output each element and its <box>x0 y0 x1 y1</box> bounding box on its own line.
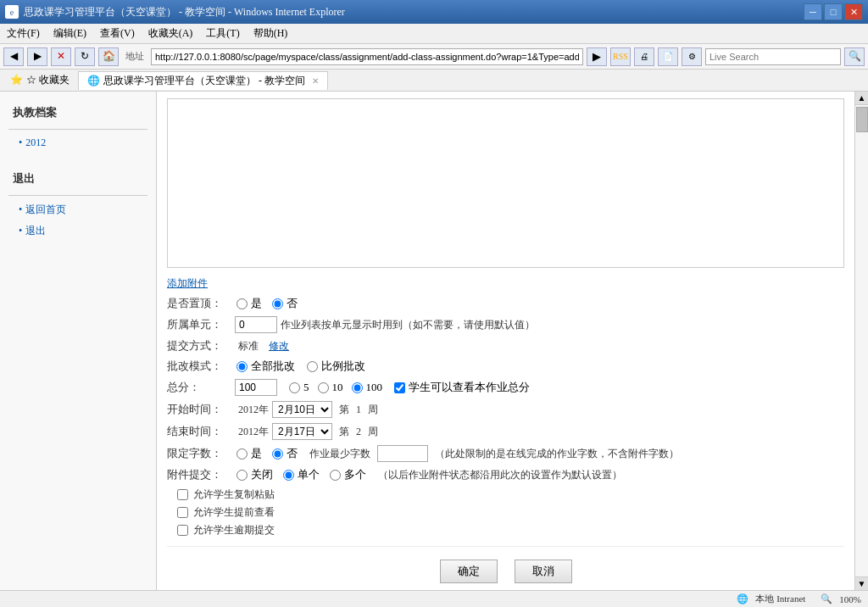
cancel-button[interactable]: 取消 <box>515 560 572 583</box>
confirm-button[interactable]: 确定 <box>440 560 498 583</box>
scroll-up-button[interactable]: ▲ <box>855 92 868 105</box>
grading-ratio-radio[interactable] <box>307 361 318 372</box>
minimize-button[interactable]: ─ <box>804 3 822 20</box>
sidebar-logout-label: 退出 <box>25 224 46 238</box>
menu-bar: 文件(F) 编辑(E) 查看(V) 收藏夹(A) 工具(T) 帮助(H) <box>0 24 868 44</box>
menu-tools[interactable]: 工具(T) <box>199 25 246 42</box>
submit-label: 提交方式： <box>167 338 235 354</box>
char-limit-row: 限定字数： 是 否 作业最少字数 （此处限制的是在线完成的作业字数，不含附件字数… <box>167 445 844 462</box>
score-5-radio[interactable] <box>289 382 300 393</box>
content-area: 添加附件 是否置顶： 是 否 所属单元： 作业列表按单元显示时用到（如不需要，请… <box>157 92 854 590</box>
window-title: 思政课学习管理平台（天空课堂） - 教学空间 - Windows Interne… <box>24 5 345 19</box>
home-button[interactable]: 🏠 <box>98 47 119 66</box>
score-10-label[interactable]: 10 <box>316 381 343 394</box>
menu-help[interactable]: 帮助(H) <box>247 25 295 42</box>
show-score-checkbox[interactable] <box>394 382 405 393</box>
attach-single-label[interactable]: 单个 <box>281 467 320 482</box>
top-pin-no-label[interactable]: 否 <box>270 296 298 311</box>
rss-button[interactable]: RSS <box>610 47 631 66</box>
sidebar: 执教档案 2012 退出 返回首页 退出 <box>0 92 157 590</box>
favorites-button[interactable]: ⭐ ☆ 收藏夹 <box>5 71 75 89</box>
restore-button[interactable]: □ <box>824 3 843 20</box>
allow-preview-checkbox[interactable] <box>177 507 188 518</box>
refresh-button[interactable]: ↻ <box>75 47 95 66</box>
menu-file[interactable]: 文件(F) <box>0 25 47 42</box>
grading-ratio-label[interactable]: 比例批改 <box>305 359 365 374</box>
star-icon: ⭐ <box>10 74 23 86</box>
action-row: 确定 取消 <box>167 546 844 590</box>
sidebar-section-teaching: 执教档案 <box>0 100 156 125</box>
scroll-thumb[interactable] <box>856 107 868 132</box>
top-pin-yes-radio[interactable] <box>236 298 248 309</box>
attach-close-text: 关闭 <box>251 467 273 482</box>
address-input[interactable] <box>151 48 583 65</box>
unit-input[interactable] <box>235 316 277 333</box>
tools-button2[interactable]: ⚙ <box>682 47 702 66</box>
top-pin-yes-label[interactable]: 是 <box>235 296 262 311</box>
top-pin-no-radio[interactable] <box>272 298 283 309</box>
limit-yes-label[interactable]: 是 <box>235 446 262 461</box>
current-tab[interactable]: 🌐 思政课学习管理平台（天空课堂） - 教学空间 ✕ <box>78 71 328 90</box>
end-week-pre: 第 <box>339 425 349 439</box>
allow-preview-label: 允许学生提前查看 <box>193 505 275 520</box>
limit-no-radio[interactable] <box>272 448 283 459</box>
sidebar-section-logout: 退出 <box>0 166 156 192</box>
start-date-select[interactable]: 2月10日 <box>272 401 332 418</box>
status-right: 🌐 本地 Intranet 🔍 100% <box>737 593 861 605</box>
limit-no-label[interactable]: 否 <box>270 446 298 461</box>
grading-all-radio[interactable] <box>236 361 248 372</box>
submit-modify-link[interactable]: 修改 <box>269 339 289 354</box>
score-100-radio[interactable] <box>352 382 363 393</box>
limit-no-text: 否 <box>287 446 298 461</box>
menu-view[interactable]: 查看(V) <box>93 25 142 42</box>
sidebar-item-logout[interactable]: 退出 <box>0 220 156 242</box>
assignment-content-area[interactable] <box>167 98 844 268</box>
tab-label: 思政课学习管理平台（天空课堂） - 教学空间 <box>103 74 305 88</box>
search-button[interactable]: 🔍 <box>844 47 865 66</box>
close-button[interactable]: ✕ <box>844 3 863 20</box>
attach-multi-label[interactable]: 多个 <box>328 467 366 482</box>
sidebar-item-home[interactable]: 返回首页 <box>0 199 156 220</box>
allow-paste-checkbox[interactable] <box>177 489 188 500</box>
back-button[interactable]: ◀ <box>3 47 24 66</box>
score-5-label[interactable]: 5 <box>287 381 309 394</box>
attach-close-label[interactable]: 关闭 <box>235 467 273 482</box>
score-10-radio[interactable] <box>318 382 329 393</box>
tab-close[interactable]: ✕ <box>312 76 319 86</box>
go-button[interactable]: ▶ <box>587 47 607 66</box>
attach-multi-radio[interactable] <box>330 470 341 481</box>
attach-close-radio[interactable] <box>236 470 248 481</box>
search-input[interactable] <box>705 48 841 65</box>
window-controls: ─ □ ✕ <box>804 3 863 20</box>
score-100-label[interactable]: 100 <box>350 381 383 394</box>
add-attachment-link[interactable]: 添加附件 <box>167 276 208 291</box>
menu-edit[interactable]: 编辑(E) <box>47 25 93 42</box>
allow-late-checkbox[interactable] <box>177 525 188 536</box>
limit-min-input[interactable] <box>377 445 428 462</box>
sidebar-divider-2 <box>8 195 147 196</box>
score-100-text: 100 <box>366 381 383 394</box>
sidebar-item-2012[interactable]: 2012 <box>0 133 156 153</box>
attach-single-text: 单个 <box>298 467 320 482</box>
show-score-label[interactable]: 学生可以查看本作业总分 <box>392 380 530 395</box>
end-date-select[interactable]: 2月17日 <box>272 423 332 440</box>
page-button[interactable]: 📄 <box>658 47 678 66</box>
total-score-input[interactable] <box>235 379 277 396</box>
print-button[interactable]: 🖨 <box>634 47 654 66</box>
grading-ratio-text: 比例批改 <box>321 359 365 374</box>
grading-all-label[interactable]: 全部批改 <box>235 359 295 374</box>
forward-button[interactable]: ▶ <box>27 47 47 66</box>
top-pin-row: 是否置顶： 是 否 <box>167 296 844 311</box>
status-bar: 🌐 本地 Intranet 🔍 100% <box>0 590 868 607</box>
end-year: 2012年 <box>238 425 269 439</box>
grading-mode-row: 批改模式： 全部批改 比例批改 <box>167 359 844 374</box>
total-score-label: 总分： <box>167 380 235 395</box>
address-bar: ◀ ▶ ✕ ↻ 🏠 地址 ▶ RSS 🖨 📄 ⚙ 🔍 <box>0 44 868 70</box>
checkbox-row-1: 允许学生复制粘贴 <box>167 487 844 502</box>
menu-favorites[interactable]: 收藏夹(A) <box>142 25 200 42</box>
attach-single-radio[interactable] <box>283 470 294 481</box>
stop-button[interactable]: ✕ <box>51 47 71 66</box>
top-pin-no-text: 否 <box>287 296 298 311</box>
scroll-down-button[interactable]: ▼ <box>855 576 868 590</box>
limit-yes-radio[interactable] <box>236 448 248 459</box>
